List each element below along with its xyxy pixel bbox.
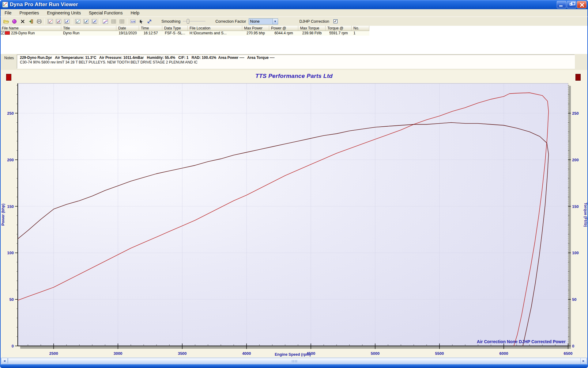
column-header-date[interactable]: Date — [116, 26, 139, 31]
file-list-area[interactable] — [0, 36, 588, 54]
graph-run2-button[interactable] — [74, 18, 82, 25]
scroll-left-icon[interactable]: ◄ — [1, 358, 8, 364]
open-file-button[interactable] — [2, 18, 10, 25]
restore-icon — [570, 3, 572, 6]
column-header-file_name[interactable]: File Name — [0, 26, 61, 31]
djhp-correction-label: DJHP Correction — [300, 19, 329, 24]
column-header-power_at[interactable]: Power @ — [269, 26, 298, 31]
column-header-torque_at[interactable]: Torque @ — [326, 26, 352, 31]
correction-factor-label: Correction Factor — [215, 19, 246, 24]
row-cell-title: Dyno Run — [61, 31, 116, 36]
toolbar-buttons: 1122123 — [2, 18, 153, 25]
close-file-button[interactable] — [18, 18, 27, 25]
smoothing-label: Smoothing — [161, 19, 180, 24]
graph-run1-values-icon: 1 — [56, 19, 61, 24]
grid-power-button[interactable] — [109, 18, 118, 25]
graph-run1-values-button[interactable]: 1 — [54, 18, 62, 25]
scrollbar-thumb[interactable] — [8, 358, 581, 364]
svg-text:0: 0 — [572, 344, 574, 348]
column-header-max_torque[interactable]: Max Torque — [298, 26, 326, 31]
row-cell-no: 1 — [352, 31, 369, 36]
window-title: Dyna Pro After Run Viewer — [10, 2, 78, 8]
svg-text:250: 250 — [572, 111, 579, 116]
row-cell-data_type: FSF-S -SL... — [162, 31, 188, 36]
scroll-right-icon[interactable]: ► — [580, 358, 587, 364]
print-button[interactable] — [35, 18, 43, 25]
menu-properties[interactable]: Properties — [16, 10, 43, 16]
zoom-extents-button[interactable] — [145, 18, 153, 25]
menu-engineering-units[interactable]: Engineering Units — [43, 10, 85, 16]
show-values-button[interactable]: 123 — [129, 18, 137, 25]
svg-text:3500: 3500 — [178, 351, 187, 356]
graph-run2-icon — [75, 19, 81, 24]
column-header-title[interactable]: Title — [61, 26, 116, 31]
table-row[interactable]: ✓229-Dyno RunDyno Run19/11/202016:12:57F… — [0, 31, 369, 36]
notes-box[interactable]: 229-Dyno Run.Dpr Air Temperature: 11.3°C… — [17, 55, 575, 69]
close-icon — [577, 1, 586, 8]
graph-run2-values-button[interactable]: 2 — [82, 18, 90, 25]
grid-torque-icon — [119, 19, 125, 24]
svg-text:2: 2 — [94, 20, 96, 23]
exit-icon — [28, 19, 33, 24]
svg-text:250: 250 — [7, 111, 14, 116]
data-sphere-icon — [12, 19, 17, 24]
menu-file[interactable]: File — [1, 10, 16, 16]
correction-factor-value: None — [249, 19, 273, 24]
graph-run1-button[interactable] — [46, 18, 54, 25]
title-bar: Dyna Pro After Run Viewer — [0, 0, 588, 9]
graph-overlay-icon — [103, 19, 108, 24]
column-header-data_type[interactable]: Data Type — [162, 26, 188, 31]
column-header-no[interactable]: No. — [352, 26, 369, 31]
exit-button[interactable] — [27, 18, 35, 25]
grid-torque-button[interactable] — [118, 18, 126, 25]
svg-text:0: 0 — [12, 344, 14, 348]
svg-text:Air Correction None DJHP Co: Air Correction None DJHP Corrected Power — [477, 339, 566, 344]
toolbar: 1122123 Smoothing Correction Factor None… — [0, 17, 588, 26]
svg-text:3000: 3000 — [114, 351, 123, 356]
chevron-down-icon[interactable]: ▼ — [273, 19, 278, 24]
row-cell-torque_at: 5591.7 rpm — [326, 31, 352, 36]
row-checkbox[interactable]: ✓ — [1, 31, 4, 35]
smoothing-slider-handle[interactable] — [187, 19, 189, 24]
correction-factor-select[interactable]: None ▼ — [249, 18, 278, 25]
window-left-border — [0, 26, 1, 358]
close-button[interactable] — [577, 1, 586, 8]
smoothing-slider[interactable] — [183, 19, 205, 24]
graph-run2-values-icon: 2 — [83, 19, 89, 24]
scrollbar-grip — [292, 360, 297, 362]
data-sphere-button[interactable] — [10, 18, 18, 25]
toolbar-separator — [44, 18, 45, 25]
column-header-file_location[interactable]: File Location — [188, 26, 242, 31]
app-window: Dyna Pro After Run Viewer FileProperties… — [0, 0, 588, 368]
svg-text:50: 50 — [9, 297, 14, 302]
tracking-cursor-button[interactable] — [137, 18, 145, 25]
chart-panel: 2500300035004000450050005500600065000050… — [0, 70, 588, 358]
svg-text:6500: 6500 — [564, 351, 573, 356]
svg-text:200: 200 — [572, 158, 579, 162]
svg-text:100: 100 — [572, 251, 579, 255]
minimize-icon — [559, 6, 563, 6]
svg-text:6000: 6000 — [499, 351, 508, 356]
graph-run2-shift-button[interactable]: 2 — [90, 18, 98, 25]
horizontal-scrollbar[interactable]: ◄ ► — [0, 358, 588, 364]
column-header-time[interactable]: Time — [139, 26, 162, 31]
row-cell-time: 16:12:57 — [139, 31, 162, 36]
graph-run1-icon — [47, 19, 53, 24]
menu-special-functions[interactable]: Special Functions — [85, 10, 127, 16]
menu-help[interactable]: Help — [126, 10, 143, 16]
notes-label: Notes — [4, 56, 14, 60]
svg-text:100: 100 — [7, 251, 14, 255]
window-bottom-border — [0, 364, 588, 368]
svg-text:4000: 4000 — [242, 351, 251, 356]
graph-run1-shift-button[interactable]: 1 — [62, 18, 71, 25]
row-color-swatch — [5, 31, 10, 35]
graph-overlay-button[interactable] — [101, 18, 109, 25]
zoom-extents-icon — [147, 19, 152, 24]
djhp-correction-checkbox[interactable]: ✓ — [334, 19, 337, 23]
minimize-button[interactable] — [557, 1, 566, 8]
column-header-max_power[interactable]: Max Power — [242, 26, 269, 31]
restore-button[interactable] — [567, 1, 576, 8]
row-cell-file_name: ✓229-Dyno Run — [0, 31, 61, 36]
svg-text:150: 150 — [7, 204, 14, 209]
toolbar-separator — [100, 18, 100, 25]
